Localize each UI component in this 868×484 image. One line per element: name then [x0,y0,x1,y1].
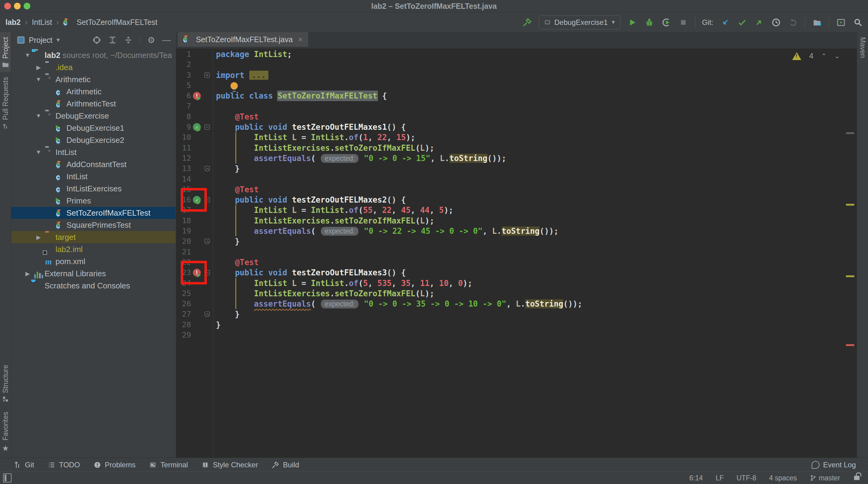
code-line-12[interactable]: 12 assertEquals( expected: "0 -> 0 -> 15… [176,153,845,163]
gutter[interactable]: 5 [176,80,213,91]
code-line-22[interactable]: 22 @Test [176,257,845,267]
test-failed-run-icon[interactable] [193,92,201,100]
run-button[interactable] [627,17,638,28]
code-line-5[interactable]: 5 [176,80,845,91]
code-line-9[interactable]: 9 public void testZeroOutFELMaxes1() { [176,122,845,132]
close-icon[interactable]: × [298,35,303,44]
breadcrumb-class[interactable]: SetToZeroIfMaxFELTest [77,18,157,27]
run-configuration-select[interactable]: DebugExercise1 ▼ [539,15,621,29]
git-push-icon[interactable] [754,17,764,28]
locate-file-icon[interactable] [93,36,101,44]
code-line-27[interactable]: 27 } [176,309,845,319]
code-line-29[interactable]: 29 [176,330,845,340]
tool-window-button-build[interactable]: Build [272,461,299,469]
gutter[interactable]: 14 [176,174,213,184]
gutter[interactable]: 11 [176,143,213,153]
gutter[interactable]: 26 [176,299,213,309]
tree-item-squareprimestest[interactable]: CSquarePrimesTest [11,219,176,231]
code-line-26[interactable]: 26 assertEquals( expected: "0 -> 0 -> 35… [176,299,845,309]
intention-bulb-icon[interactable] [230,82,238,90]
tree-item-primes[interactable]: CPrimes [11,195,176,207]
gutter[interactable]: 12 [176,153,213,163]
gutter[interactable]: 16 [176,195,213,205]
tree-item-arithmetic[interactable]: ▼Arithmetic [11,73,176,86]
error-stripe-mark[interactable] [846,204,854,205]
run-with-coverage-button[interactable] [661,17,672,28]
gutter[interactable]: 9 [176,122,213,132]
breadcrumb-package[interactable]: IntList [32,18,52,27]
gutter[interactable]: 19 [176,226,213,236]
gutter[interactable]: 27 [176,309,213,319]
rollback-icon[interactable] [788,17,798,28]
editor-tab[interactable]: C SetToZeroIfMaxFELTest.java × [178,32,308,47]
code-editor[interactable]: 4 ⌃ ⌄ 1package IntList;23import ...56pub… [176,49,857,458]
tree-item-arithmetic[interactable]: CArithmetic [11,86,176,98]
line-ending[interactable]: LF [716,474,724,482]
tree-item-debugexercise2[interactable]: CDebugExercise2 [11,134,176,146]
code-line-25[interactable]: 25 IntListExercises.setToZeroIfMaxFEL(L)… [176,288,845,299]
tool-tab-favorites[interactable]: Favorites ★ [0,407,11,458]
tree-item-intlist[interactable]: ▼IntList [11,146,176,158]
test-passed-run-icon[interactable] [193,123,201,131]
error-stripe-mark[interactable] [846,132,854,134]
settings-gear-icon[interactable]: ⚙ [147,35,155,45]
tool-tab-structure[interactable]: Structure [0,360,11,407]
gutter[interactable]: 21 [176,247,213,257]
tool-tab-pull-requests[interactable]: Pull Requests [0,72,11,135]
code-line-8[interactable]: 8 @Test [176,111,845,122]
code-line-10[interactable]: 10 IntList L = IntList.of(1, 22, 15); [176,132,845,142]
tool-tab-maven[interactable]: Maven [857,32,868,63]
gutter[interactable]: 6 [176,91,213,101]
chevron-right-icon[interactable]: ▶ [25,270,31,277]
search-everywhere-icon[interactable] [853,17,863,28]
file-encoding[interactable]: UTF-8 [736,474,756,482]
git-commit-icon[interactable] [737,17,747,28]
tree-item--idea[interactable]: ▶.idea [11,61,176,73]
code-line-2[interactable]: 2 [176,59,845,70]
breadcrumb-project[interactable]: lab2 [5,18,21,27]
fold-marker-plus[interactable] [205,72,210,78]
collapse-all-icon[interactable] [124,36,132,44]
code-line-14[interactable]: 14 [176,174,845,184]
code-line-17[interactable]: 17 IntList L = IntList.of(55, 22, 45, 44… [176,205,845,215]
chevron-down-icon[interactable]: ▼ [35,112,41,119]
code-line-24[interactable]: 24 IntList L = IntList.of(5, 535, 35, 11… [176,278,845,288]
fold-marker-end[interactable] [205,312,210,317]
chevron-right-icon[interactable]: ▶ [35,64,41,71]
code-line-3[interactable]: 3import ... [176,70,845,80]
chevron-down-icon[interactable]: ⌄ [834,53,840,60]
code-line-1[interactable]: 1package IntList; [176,49,845,59]
tool-tab-project[interactable]: Project [0,32,11,72]
chevron-down-icon[interactable]: ▼ [35,149,41,156]
run-anything-icon[interactable] [836,17,846,28]
tool-window-button-git[interactable]: Git [13,461,34,469]
tool-window-button-terminal[interactable]: Terminal [149,461,188,469]
build-hammer-icon[interactable] [522,17,532,28]
tree-item-debugexercise1[interactable]: CDebugExercise1 [11,122,176,134]
project-view-select[interactable]: Project [29,36,53,44]
code-line-20[interactable]: 20 } [176,236,845,247]
project-structure-icon[interactable] [812,17,822,28]
git-branch-widget[interactable]: master [810,474,840,482]
tree-item-intlist[interactable]: CIntList [11,170,176,183]
gutter[interactable]: 23 [176,267,213,278]
code-line-21[interactable]: 21 [176,247,845,257]
history-clock-icon[interactable] [771,17,781,28]
gutter[interactable]: 13 [176,163,213,174]
tree-item-lab2-iml[interactable]: lab2.iml [11,243,176,255]
code-line-15[interactable]: 15 @Test [176,184,845,195]
code-line-6[interactable]: 6public class SetToZeroIfMaxFELTest { [176,91,845,101]
tree-item-target[interactable]: ▶target [11,231,176,243]
code-line-7[interactable]: 7 [176,101,845,111]
hide-panel-icon[interactable]: — [162,35,171,45]
unlock-icon[interactable] [854,476,860,480]
tree-item-external-libraries[interactable]: ▶External Libraries [11,267,176,280]
inspection-widget[interactable]: 4 ⌃ ⌄ [792,52,840,60]
tree-item-arithmetictest[interactable]: CArithmeticTest [11,98,176,110]
gutter[interactable]: 20 [176,236,213,247]
indent-setting[interactable]: 4 spaces [769,474,797,482]
expand-all-icon[interactable] [108,36,117,44]
gutter[interactable]: 8 [176,111,213,122]
error-stripe-mark[interactable] [846,344,854,346]
chevron-right-icon[interactable]: ▶ [35,234,41,241]
